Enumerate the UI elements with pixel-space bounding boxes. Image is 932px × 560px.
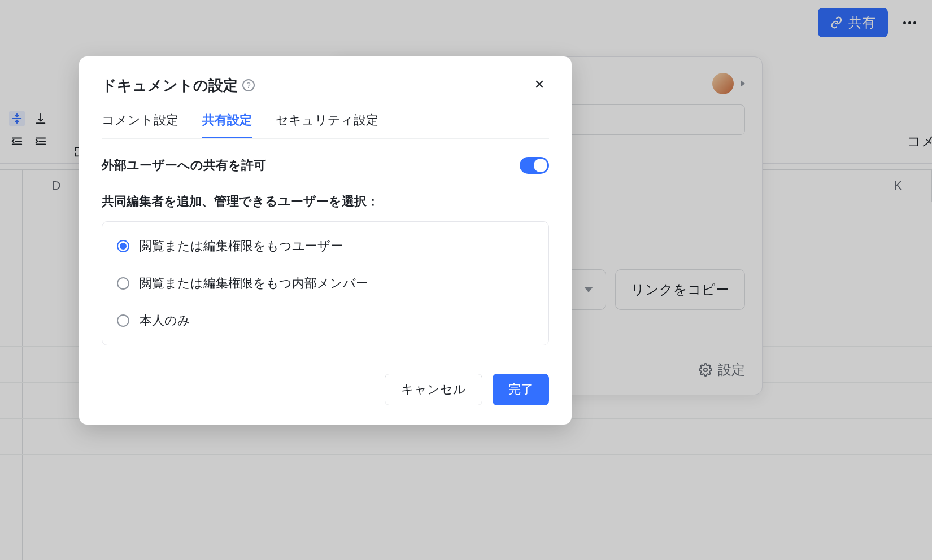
cancel-button[interactable]: キャンセル <box>385 374 482 405</box>
tab-comments[interactable]: コメント設定 <box>102 112 178 138</box>
close-icon[interactable] <box>530 73 549 97</box>
radio-option-internal-members[interactable]: 閲覧または編集権限をもつ内部メンバー <box>102 265 548 302</box>
done-button[interactable]: 完了 <box>493 374 549 405</box>
radio-label: 閲覧または編集権限をもつ内部メンバー <box>140 275 368 292</box>
radio-icon <box>117 240 129 252</box>
help-icon[interactable]: ? <box>242 79 255 91</box>
modal-tabs: コメント設定 共有設定 セキュリティ設定 <box>102 112 549 139</box>
done-button-label: 完了 <box>508 381 533 398</box>
radio-option-viewers-editors[interactable]: 閲覧または編集権限をもつユーザー <box>102 228 548 265</box>
radio-icon <box>117 314 129 327</box>
radio-option-only-me[interactable]: 本人のみ <box>102 302 548 339</box>
external-share-label: 外部ユーザーへの共有を許可 <box>102 157 266 174</box>
modal-title: ドキュメントの設定 <box>102 76 238 95</box>
radio-label: 本人のみ <box>140 312 190 329</box>
tab-security[interactable]: セキュリティ設定 <box>276 112 378 138</box>
external-share-toggle[interactable] <box>520 157 549 174</box>
collaborator-options: 閲覧または編集権限をもつユーザー 閲覧または編集権限をもつ内部メンバー 本人のみ <box>102 221 549 345</box>
tab-sharing[interactable]: 共有設定 <box>202 112 252 138</box>
cancel-button-label: キャンセル <box>401 381 466 398</box>
collaborator-heading: 共同編集者を追加、管理できるユーザーを選択： <box>102 193 549 210</box>
radio-icon <box>117 277 129 290</box>
radio-label: 閲覧または編集権限をもつユーザー <box>140 238 343 255</box>
document-settings-modal: ドキュメントの設定 ? コメント設定 共有設定 セキュリティ設定 外部ユーザーへ… <box>79 56 572 425</box>
